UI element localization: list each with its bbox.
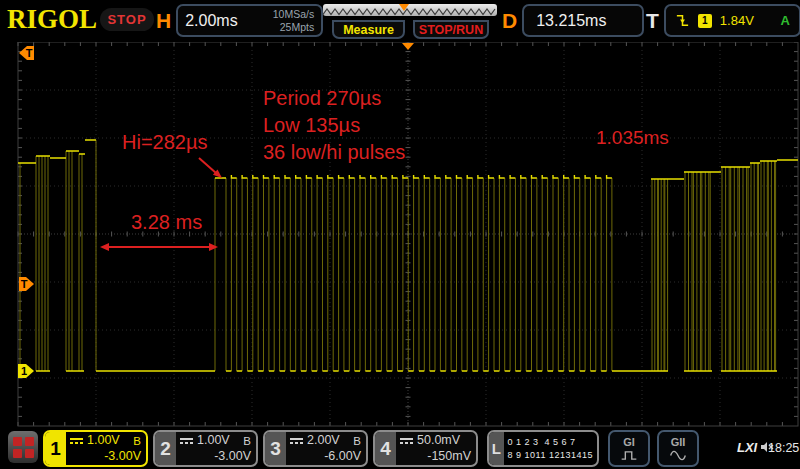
delay-box[interactable]: D 13.215ms bbox=[502, 4, 644, 37]
channel-1-offset: -3.00V bbox=[70, 449, 141, 465]
trigger-mode-flag: A bbox=[780, 13, 789, 28]
waveform-transitions bbox=[20, 140, 776, 371]
channel-2-number: 2 bbox=[155, 432, 176, 465]
oscilloscope-screen: RIGOL STOP H 2.00ms 10MSa/s 25Mpts Measu… bbox=[0, 0, 800, 469]
channel-4-number: 4 bbox=[375, 432, 396, 465]
generator-2-box[interactable]: GII bbox=[657, 430, 699, 467]
channel-4-box[interactable]: 4 50.0mV -150mV bbox=[373, 430, 478, 467]
graticule[interactable]: T T 1 bbox=[0, 0, 800, 469]
annotation-right-time: 1.035ms bbox=[596, 127, 669, 149]
run-state-badge: STOP bbox=[100, 8, 154, 31]
timebase-value: 2.00ms bbox=[185, 12, 237, 30]
channel-3-bandwidth: B bbox=[353, 434, 361, 448]
generator-2-label: GII bbox=[671, 437, 686, 448]
trigger-level-value: 1.84V bbox=[720, 13, 754, 28]
logic-row-8-15: 8 9 1011 12131415 bbox=[508, 449, 593, 461]
stop-run-button[interactable]: STOP/RUN bbox=[413, 20, 489, 39]
h-label: H bbox=[156, 9, 171, 33]
trigger-box[interactable]: T 1 1.84V A bbox=[646, 4, 800, 37]
generator-1-box[interactable]: GI bbox=[608, 430, 650, 467]
channel-1-number: 1 bbox=[45, 432, 66, 465]
trigger-offscreen-marker[interactable]: T bbox=[19, 46, 34, 60]
measure-button[interactable]: Measure bbox=[332, 20, 405, 39]
annotation-low: Low 135µs bbox=[263, 112, 405, 139]
bottom-bar: 1 1.00V B -3.00V 2 1.00V B -3.00V bbox=[0, 427, 800, 469]
channel-1-scale: 1.00V bbox=[87, 433, 120, 449]
delay-panel[interactable]: 13.215ms bbox=[522, 4, 644, 37]
annotation-period: Period 270µs bbox=[263, 85, 405, 112]
svg-text:T: T bbox=[26, 47, 33, 59]
dc-coupling-icon bbox=[290, 438, 303, 444]
channel-4-offset: -150mV bbox=[400, 449, 471, 465]
channel-1-bandwidth: B bbox=[133, 434, 141, 448]
horizontal-position-strip[interactable] bbox=[323, 4, 497, 16]
clock: 18:25 bbox=[768, 441, 799, 455]
logic-label: L bbox=[489, 432, 504, 465]
logic-channels-box[interactable]: L 0 1 2 3 4 5 6 7 8 9 1011 12131415 bbox=[487, 430, 599, 467]
top-bar: RIGOL STOP H 2.00ms 10MSa/s 25Mpts Measu… bbox=[0, 0, 800, 42]
channel-3-offset: -6.00V bbox=[290, 449, 361, 465]
annotation-arrows bbox=[100, 158, 222, 251]
delay-value: 13.215ms bbox=[536, 12, 606, 30]
t-label: T bbox=[646, 9, 659, 33]
dc-coupling-icon bbox=[180, 438, 193, 444]
delay-center-marker[interactable] bbox=[402, 43, 414, 50]
memory-waveform-preview bbox=[323, 6, 497, 18]
channel-2-offset: -3.00V bbox=[180, 449, 251, 465]
dc-coupling-icon bbox=[70, 438, 83, 444]
timebase-panel[interactable]: 2.00ms 10MSa/s 25Mpts bbox=[176, 4, 323, 37]
svg-text:1: 1 bbox=[21, 365, 27, 377]
menu-button[interactable] bbox=[8, 431, 38, 463]
logic-row-0-7: 0 1 2 3 4 5 6 7 bbox=[508, 436, 593, 448]
annotation-gap-time: 3.28 ms bbox=[131, 211, 202, 234]
sine-wave-icon bbox=[668, 450, 688, 461]
horizontal-timebase-box[interactable]: H 2.00ms 10MSa/s 25Mpts bbox=[156, 4, 323, 37]
channel-4-scale: 50.0mV bbox=[417, 433, 460, 449]
channel-3-box[interactable]: 3 2.00V B -6.00V bbox=[263, 430, 368, 467]
square-wave-icon bbox=[619, 450, 639, 461]
trigger-panel[interactable]: 1 1.84V A bbox=[664, 4, 800, 37]
annotation-pulse-count: 36 low/hi pulses bbox=[263, 139, 405, 166]
dc-coupling-icon bbox=[400, 438, 413, 444]
trigger-level-marker[interactable]: T bbox=[19, 277, 34, 291]
rigol-logo: RIGOL bbox=[7, 4, 97, 35]
trigger-source-badge: 1 bbox=[698, 14, 712, 28]
annotation-hi-time: Hi=282µs bbox=[122, 131, 207, 154]
channel-3-scale: 2.00V bbox=[307, 433, 340, 449]
channel-1-box[interactable]: 1 1.00V B -3.00V bbox=[43, 430, 148, 467]
ch1-ground-marker[interactable]: 1 bbox=[18, 364, 34, 378]
channel-2-bandwidth: B bbox=[243, 434, 251, 448]
svg-text:T: T bbox=[21, 278, 28, 290]
channel-2-box[interactable]: 2 1.00V B -3.00V bbox=[153, 430, 258, 467]
falling-edge-icon bbox=[675, 13, 690, 28]
channel-3-number: 3 bbox=[265, 432, 286, 465]
generator-1-label: GI bbox=[623, 437, 635, 448]
d-label: D bbox=[502, 9, 517, 33]
lxi-logo: LXI bbox=[737, 440, 757, 455]
channel-2-scale: 1.00V bbox=[197, 433, 230, 449]
sample-rate: 10MSa/s bbox=[273, 8, 314, 20]
annotation-period-block: Period 270µs Low 135µs 36 low/hi pulses bbox=[263, 85, 405, 166]
strip-trigger-position-marker bbox=[399, 4, 409, 11]
acquisition-info: 10MSa/s 25Mpts bbox=[273, 8, 314, 32]
memory-depth: 25Mpts bbox=[280, 21, 314, 33]
